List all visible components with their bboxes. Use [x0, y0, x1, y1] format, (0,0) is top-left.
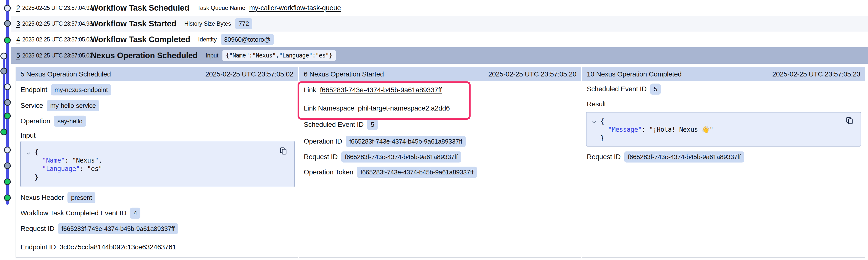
- json-brace: }: [600, 134, 604, 142]
- event-title: Workflow Task Started: [91, 19, 176, 28]
- nexus-header-badge: present: [67, 192, 95, 203]
- panel-header: 10 Nexus Operation Completed 2025-02-25 …: [582, 67, 865, 81]
- identity-badge: 30960@totoro@: [221, 34, 274, 45]
- request-id-label: Request ID: [21, 225, 54, 233]
- operation-label: Operation: [21, 117, 50, 125]
- panel-title: 5 Nexus Operation Scheduled: [21, 70, 111, 78]
- operation-token-badge: f665283f-743e-4374-b45b-9a61a89337ff: [357, 167, 477, 178]
- json-value: "Nexus",: [72, 157, 102, 164]
- panel-nexus-operation-completed: 10 Nexus Operation Completed 2025-02-25 …: [582, 67, 865, 258]
- panel-header: 6 Nexus Operation Started 2025-02-25 UTC…: [299, 67, 581, 81]
- wtc-event-id-label: Workflow Task Completed Event ID: [21, 209, 126, 217]
- panel-header: 5 Nexus Operation Scheduled 2025-02-25 U…: [16, 67, 298, 81]
- timeline-dot[interactable]: [4, 179, 11, 185]
- operation-id-label: Operation ID: [304, 138, 342, 145]
- endpoint-label: Endpoint: [21, 86, 47, 94]
- service-label: Service: [21, 102, 43, 110]
- timeline-dot[interactable]: [4, 113, 11, 119]
- timeline-dot[interactable]: [4, 162, 11, 169]
- json-separator: :: [80, 165, 87, 173]
- chevron-down-icon[interactable]: [26, 151, 31, 157]
- event-title: Workflow Task Scheduled: [91, 3, 189, 12]
- chevron-down-icon[interactable]: [591, 119, 597, 126]
- timeline-dot[interactable]: [4, 84, 11, 90]
- timeline-dot[interactable]: [4, 20, 11, 27]
- scheduled-event-id-badge: 5: [367, 119, 378, 130]
- input-payload-badge: {"Name":"Nexus","Language":"es"}: [222, 50, 336, 61]
- timeline-dot[interactable]: [4, 99, 11, 106]
- json-brace: {: [600, 117, 604, 125]
- endpoint-id-link[interactable]: 3c0c75ccfa8144b092c13ce632463761: [60, 243, 176, 251]
- operation-id-badge: f665283f-743e-4374-b45b-9a61a89337ff: [346, 136, 466, 147]
- json-key: "Name": [42, 157, 65, 164]
- event-detail-label: Input: [206, 52, 218, 59]
- operation-token-label: Operation Token: [304, 168, 353, 176]
- timeline-dot[interactable]: [0, 68, 7, 74]
- history-size-badge: 772: [235, 18, 252, 29]
- copy-icon[interactable]: [279, 147, 287, 156]
- json-key: "Language": [42, 165, 80, 173]
- event-row-4[interactable]: 4 2025-02-25 UTC 23:57:05.02 Workflow Ta…: [11, 32, 868, 47]
- timeline-dot[interactable]: [0, 53, 7, 60]
- timeline-dot[interactable]: [4, 147, 11, 153]
- panel-timestamp: 2025-02-25 UTC 23:57:05.20: [488, 70, 576, 78]
- task-queue-link[interactable]: my-caller-workflow-task-queue: [249, 4, 341, 12]
- panel-title: 6 Nexus Operation Started: [304, 70, 384, 78]
- request-id-label: Request ID: [587, 153, 621, 161]
- event-timestamp: 2025-02-25 UTC 23:57:05.02: [22, 52, 85, 59]
- operation-badge: say-hello: [54, 116, 86, 127]
- timeline-dot[interactable]: [0, 129, 7, 136]
- event-row-5-selected[interactable]: 5 2025-02-25 UTC 23:57:05.02 Nexus Opera…: [11, 47, 868, 64]
- scheduled-event-id-label: Scheduled Event ID: [587, 85, 647, 93]
- panel-timestamp: 2025-02-25 UTC 23:57:05.23: [772, 70, 860, 78]
- request-id-badge: f665283f-743e-4374-b45b-9a61a89337ff: [341, 151, 461, 162]
- event-id-link[interactable]: 5: [16, 51, 22, 60]
- event-id-link[interactable]: 3: [16, 20, 22, 28]
- scheduled-event-id-badge: 5: [650, 84, 661, 95]
- wtc-event-id-badge: 4: [130, 208, 141, 219]
- event-detail-label: Identity: [198, 36, 217, 43]
- panel-nexus-operation-started: 6 Nexus Operation Started 2025-02-25 UTC…: [299, 67, 581, 258]
- result-label: Result: [587, 100, 606, 108]
- endpoint-id-label: Endpoint ID: [21, 243, 56, 251]
- nexus-header-label: Nexus Header: [21, 194, 64, 201]
- panel-timestamp: 2025-02-25 UTC 23:57:05.02: [206, 70, 293, 78]
- event-id-link[interactable]: 2: [16, 4, 22, 12]
- request-id-label: Request ID: [304, 153, 338, 161]
- service-badge: my-hello-service: [47, 100, 99, 111]
- highlight-annotation-box: [298, 81, 471, 120]
- event-title: Nexus Operation Scheduled: [91, 51, 198, 60]
- event-timestamp: 2025-02-25 UTC 23:57:04.93: [22, 21, 85, 27]
- json-separator: :: [65, 157, 72, 164]
- json-brace: }: [35, 174, 38, 181]
- event-title: Workflow Task Completed: [91, 35, 190, 44]
- copy-icon[interactable]: [845, 116, 854, 126]
- event-timestamp: 2025-02-25 UTC 23:57:05.02: [22, 36, 85, 43]
- json-value: "es": [87, 165, 102, 173]
- input-json-viewer: { "Name": "Nexus", "Language": "es" }: [20, 141, 295, 187]
- endpoint-badge: my-nexus-endpoint: [51, 84, 111, 96]
- event-detail-label: Task Queue Name: [197, 4, 245, 11]
- workflow-history-screen: 2 2025-02-25 UTC 23:57:04.92 Workflow Ta…: [0, 0, 868, 260]
- input-label: Input: [21, 132, 36, 139]
- event-row-2[interactable]: 2 2025-02-25 UTC 23:57:04.92 Workflow Ta…: [11, 0, 868, 16]
- request-id-badge: f665283f-743e-4374-b45b-9a61a89337ff: [624, 151, 744, 162]
- request-id-badge: f665283f-743e-4374-b45b-9a61a89337ff: [58, 223, 178, 234]
- timeline-dot[interactable]: [4, 195, 11, 201]
- json-value: "¡Hola! Nexus 👋": [649, 126, 713, 133]
- result-json-viewer: { "Message": "¡Hola! Nexus 👋" }: [586, 112, 861, 147]
- json-separator: :: [642, 126, 649, 133]
- panel-title: 10 Nexus Operation Completed: [587, 70, 682, 78]
- panel-nexus-operation-scheduled: 5 Nexus Operation Scheduled 2025-02-25 U…: [16, 67, 298, 258]
- event-detail-label: History Size Bytes: [184, 20, 231, 27]
- event-timestamp: 2025-02-25 UTC 23:57:04.92: [22, 5, 85, 11]
- event-id-link[interactable]: 4: [16, 36, 22, 43]
- json-key: "Message": [608, 126, 642, 133]
- timeline-dot[interactable]: [4, 37, 11, 44]
- event-row-3[interactable]: 3 2025-02-25 UTC 23:57:04.93 Workflow Ta…: [11, 16, 868, 32]
- scheduled-event-id-label: Scheduled Event ID: [304, 121, 364, 128]
- json-brace: {: [35, 148, 38, 156]
- timeline-dot[interactable]: [4, 5, 11, 11]
